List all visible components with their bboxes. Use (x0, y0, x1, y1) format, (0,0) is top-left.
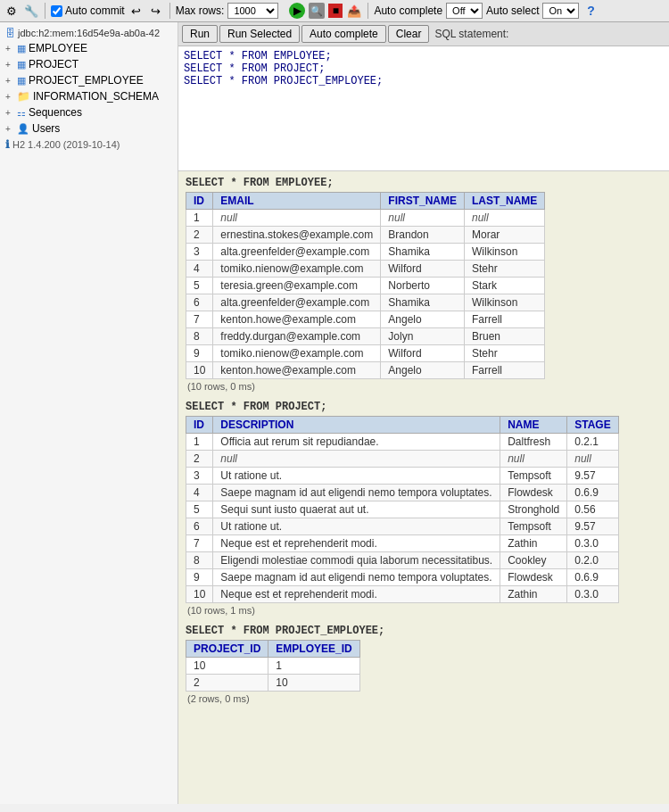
table-row: 1Officia aut rerum sit repudiandae.Daltf… (186, 434, 619, 451)
table-cell: 8 (186, 552, 213, 569)
result-block: SELECT * FROM PROJECT_EMPLOYEE;PROJECT_I… (186, 625, 662, 704)
autocomplete-label: Auto complete (374, 4, 442, 17)
sidebar-item-project-employee[interactable]: + ▦ PROJECT_EMPLOYEE (0, 72, 178, 88)
sql-editor[interactable]: SELECT * FROM EMPLOYEE; SELECT * FROM PR… (178, 46, 669, 171)
table-cell: Tempsoft (500, 468, 567, 485)
table-cell: 9 (186, 569, 213, 586)
sidebar-item-users[interactable]: + 👤 Users (0, 120, 178, 137)
table-cell: 0.3.0 (567, 535, 618, 552)
auto-complete-button[interactable]: Auto complete (301, 25, 386, 43)
table-row: 10Neque est et reprehenderit modi.Zathin… (186, 586, 619, 603)
table-cell: null (500, 451, 567, 468)
table-cell: 0.3.0 (567, 586, 618, 603)
table-cell: 6 (186, 294, 213, 311)
table-row: 5teresia.green@example.comNorbertoStark (186, 278, 545, 294)
tools-icon[interactable]: 🔧 (23, 3, 39, 19)
table-cell: Saepe magnam id aut eligendi nemo tempor… (213, 569, 500, 586)
table-cell: Flowdesk (500, 485, 567, 501)
table-cell: 0.6.9 (567, 485, 618, 501)
run-selected-button[interactable]: Run Selected (219, 25, 300, 43)
user-icon: 👤 (17, 123, 29, 135)
autocomplete-select[interactable]: Off On (446, 3, 483, 19)
column-header: ID (186, 417, 213, 434)
table-cell: Officia aut rerum sit repudiandae. (213, 434, 500, 451)
table-cell: Morar (464, 227, 544, 244)
rollback-icon[interactable]: ↪ (148, 3, 164, 19)
column-header: FIRST_NAME (381, 193, 465, 210)
table-cell: kenton.howe@example.com (213, 311, 381, 328)
expander-users: + (5, 124, 14, 134)
maxrows-select[interactable]: 100 500 1000 5000 10000 (227, 3, 278, 19)
table-cell: Neque est et reprehenderit modi. (213, 535, 500, 552)
expander-information-schema: + (5, 92, 14, 102)
table-cell: Ut ratione ut. (213, 518, 500, 535)
result-table: IDEMAILFIRST_NAMELAST_NAME1nullnullnull2… (186, 192, 545, 379)
table-cell: 5 (186, 278, 213, 294)
table-cell: 8 (186, 328, 213, 345)
result-title: SELECT * FROM PROJECT; (186, 401, 662, 413)
table-cell: Angelo (381, 311, 465, 328)
table-cell: Sequi sunt iusto quaerat aut ut. (213, 501, 500, 518)
table-icon-project-employee: ▦ (17, 75, 26, 87)
sequence-icon: ⚏ (17, 107, 26, 119)
main-layout: 🗄 jdbc:h2:mem:16d54e9a-ab0a-42 + ▦ EMPLO… (0, 22, 669, 804)
help-icon[interactable]: ? (582, 3, 599, 19)
table-row: 101 (186, 658, 360, 675)
table-cell: Wilford (381, 261, 465, 278)
run-icon[interactable]: ▶ (289, 3, 305, 19)
table-header-row: PROJECT_IDEMPLOYEE_ID (186, 641, 360, 658)
label-employee: EMPLOYEE (29, 42, 87, 54)
table-cell: 10 (186, 586, 213, 603)
commit-icon[interactable]: ↩ (128, 3, 145, 19)
table-row: 10kenton.howe@example.comAngeloFarrell (186, 362, 545, 379)
folder-icon-information-schema: 📁 (17, 90, 30, 103)
table-cell: 2 (186, 451, 213, 468)
table-cell: Daltfresh (500, 434, 567, 451)
table-row: 9tomiko.nienow@example.comWilfordStehr (186, 345, 545, 362)
sidebar-item-information-schema[interactable]: + 📁 INFORMATION_SCHEMA (0, 88, 178, 104)
table-cell: Farrell (464, 311, 544, 328)
clear-button[interactable]: Clear (388, 25, 430, 43)
result-block: SELECT * FROM PROJECT;IDDESCRIPTIONNAMES… (186, 401, 662, 616)
export-icon[interactable]: 📤 (346, 3, 362, 19)
table-cell: ernestina.stokes@example.com (213, 227, 381, 244)
stop-icon[interactable]: ■ (328, 4, 343, 18)
table-cell: 3 (186, 468, 213, 485)
h2-version-label: H2 1.4.200 (2019-10-14) (12, 139, 120, 150)
table-cell: Ut ratione ut. (213, 468, 500, 485)
column-header: ID (186, 193, 213, 210)
sidebar-item-employee[interactable]: + ▦ EMPLOYEE (0, 40, 178, 56)
autocommit-label: Auto commit (65, 4, 125, 17)
table-row: 6alta.greenfelder@example.comShamikaWilk… (186, 294, 545, 311)
table-cell: 10 (186, 362, 213, 379)
expander-employee: + (5, 44, 14, 54)
info-icon: ℹ (5, 138, 10, 151)
autocommit-checkbox[interactable] (51, 5, 62, 17)
sidebar-item-project[interactable]: + ▦ PROJECT (0, 56, 178, 72)
column-header: EMAIL (213, 193, 381, 210)
result-footer: (10 rows, 1 ms) (186, 605, 662, 616)
table-header-row: IDEMAILFIRST_NAMELAST_NAME (186, 193, 545, 210)
result-title: SELECT * FROM PROJECT_EMPLOYEE; (186, 625, 662, 637)
connection-item[interactable]: 🗄 jdbc:h2:mem:16d54e9a-ab0a-42 (0, 26, 178, 40)
settings-icon[interactable]: ⚙ (4, 3, 20, 19)
table-cell: 0.2.0 (567, 552, 618, 569)
table-cell: Stark (464, 278, 544, 294)
table-cell: Stronghold (500, 501, 567, 518)
table-cell: Zathin (500, 586, 567, 603)
autoselect-select[interactable]: On Off (542, 3, 579, 19)
run-button[interactable]: Run (182, 25, 218, 43)
table-cell: Neque est et reprehenderit modi. (213, 586, 500, 603)
table-cell: 1 (186, 210, 213, 227)
table-cell: 7 (186, 311, 213, 328)
find-icon[interactable]: 🔍 (309, 3, 325, 19)
table-cell: Wilkinson (464, 244, 544, 261)
table-icon-employee: ▦ (17, 43, 26, 54)
result-footer: (10 rows, 0 ms) (186, 381, 662, 392)
label-users: Users (32, 122, 60, 135)
separator-1 (45, 3, 45, 19)
table-cell: Brandon (381, 227, 465, 244)
connection-label: jdbc:h2:mem:16d54e9a-ab0a-42 (18, 28, 160, 38)
sidebar-item-sequences[interactable]: + ⚏ Sequences (0, 104, 178, 120)
column-header: STAGE (567, 417, 618, 434)
